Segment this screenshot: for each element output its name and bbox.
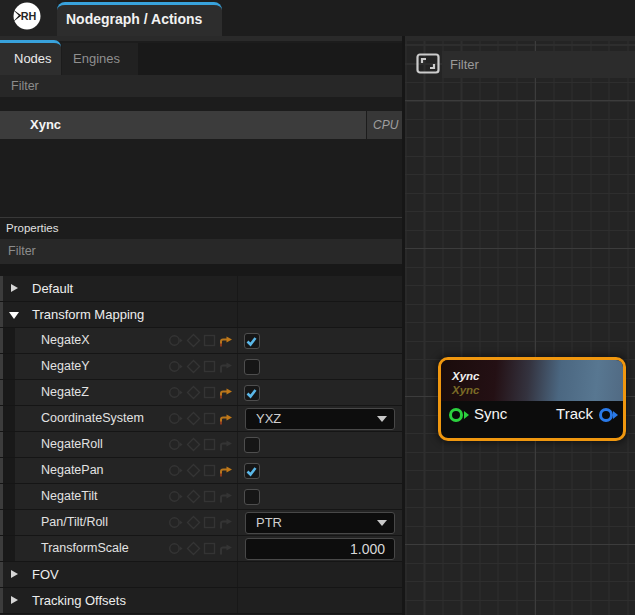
svg-text:RH: RH	[21, 10, 37, 22]
